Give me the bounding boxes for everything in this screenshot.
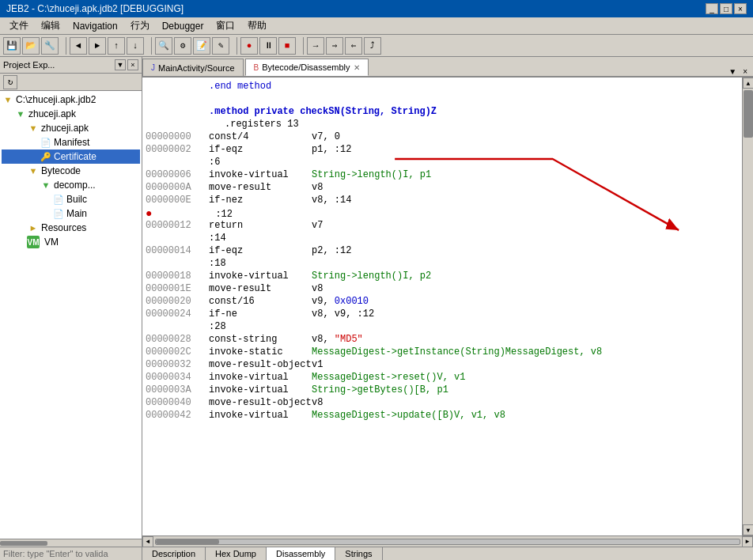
code-line: :18 bbox=[142, 258, 742, 271]
code-vscroll[interactable]: ▲ ▼ bbox=[742, 78, 753, 535]
code-line-addr: 00000014 if-eqz p2, :12 bbox=[142, 245, 742, 258]
tree-node-main[interactable]: 📄 Main bbox=[2, 206, 140, 221]
code-line-addr: 0000003A invoke-virtual String->getBytes… bbox=[142, 384, 742, 397]
tree-node-bytecode[interactable]: ▼ Bytecode bbox=[2, 164, 140, 178]
tree-node-manifest[interactable]: 📄 Manifest bbox=[2, 135, 140, 149]
tree-label: zhuceji.apk bbox=[41, 123, 89, 134]
toolbar-btn-run[interactable]: ● bbox=[240, 37, 258, 55]
code-hscroll[interactable]: ◄ ► bbox=[142, 535, 753, 547]
maximize-button[interactable]: □ bbox=[720, 3, 732, 14]
toolbar-btn-stop[interactable]: ■ bbox=[278, 37, 296, 55]
hscroll-thumb[interactable] bbox=[0, 541, 47, 546]
toolbar-btn-search[interactable]: 🔍 bbox=[155, 37, 172, 55]
code-area[interactable]: .end method .method private checkSN(Stri… bbox=[142, 78, 742, 535]
vscroll-thumb[interactable] bbox=[744, 90, 753, 138]
tree-label: Resources bbox=[41, 222, 86, 233]
toolbar-btn-debug[interactable]: ⏸ bbox=[259, 37, 277, 55]
toolbar-btn-2[interactable]: 📂 bbox=[22, 37, 40, 55]
tree-node-root[interactable]: ▼ C:\zhuceji.apk.jdb2 bbox=[2, 93, 140, 107]
tree-node-apk1[interactable]: ▼ zhuceji.apk bbox=[2, 107, 140, 121]
tabs-nav-down[interactable]: ▼ bbox=[726, 67, 739, 76]
vscroll-up[interactable]: ▲ bbox=[743, 78, 753, 89]
tree-label: VM bbox=[44, 236, 59, 248]
toolbar-btn-step3[interactable]: ⇐ bbox=[345, 37, 362, 55]
menu-file[interactable]: 文件 bbox=[3, 17, 35, 34]
folder-icon: ► bbox=[27, 221, 40, 234]
tab-close-btn[interactable]: ✕ bbox=[354, 63, 360, 72]
vm-icon: VM bbox=[27, 236, 40, 248]
toolbar: 💾 📂 🔧 ◄ ► ↑ ↓ 🔍 ⚙ 📝 ✎ ● ⏸ ■ → ⇒ ⇐ ⤴ bbox=[0, 35, 753, 57]
folder-icon: ▼ bbox=[27, 165, 40, 177]
hscroll-thumb[interactable] bbox=[156, 539, 219, 544]
hscroll-left[interactable]: ◄ bbox=[142, 536, 153, 547]
tree-hscroll[interactable] bbox=[0, 539, 142, 547]
left-panel: Project Exp... ▼ × ↻ ▼ C:\zhuceji.apk.jd… bbox=[0, 57, 142, 560]
folder-icon: ▼ bbox=[27, 122, 40, 134]
code-bottom-tabs: Description Hex Dump Disassembly Strings bbox=[142, 547, 753, 560]
hscroll-track[interactable] bbox=[155, 539, 740, 545]
minimize-button[interactable]: _ bbox=[706, 3, 718, 14]
toolbar-sep-3 bbox=[233, 37, 237, 55]
code-panel: .end method .method private checkSN(Stri… bbox=[142, 78, 753, 560]
tabs-bar: J MainActivity/Source B Bytecode/Disasse… bbox=[142, 57, 753, 78]
tree-node-decomp[interactable]: ▼ decomp... bbox=[2, 178, 140, 192]
tab-hexdump[interactable]: Hex Dump bbox=[206, 547, 267, 560]
filter-bar: Filter: type "Enter" to valida bbox=[0, 547, 142, 560]
toolbar-btn-9[interactable]: ✎ bbox=[212, 37, 229, 55]
toolbar-btn-1[interactable]: 💾 bbox=[3, 37, 21, 55]
code-line-addr: 00000040 move-result-object v8 bbox=[142, 397, 742, 410]
code-line: .registers 13 bbox=[142, 119, 742, 131]
tab-description[interactable]: Description bbox=[142, 547, 206, 560]
hscroll-right[interactable]: ► bbox=[742, 536, 753, 547]
tab-source[interactable]: J MainActivity/Source bbox=[142, 59, 244, 76]
menu-help[interactable]: 帮助 bbox=[241, 17, 273, 34]
code-line-addr: 0000002C invoke-static MessageDigest->ge… bbox=[142, 346, 742, 359]
code-line: :14 bbox=[142, 233, 742, 245]
tree-node-resources[interactable]: ► Resources bbox=[2, 221, 140, 235]
vscroll-down[interactable]: ▼ bbox=[743, 524, 753, 535]
refresh-btn[interactable]: ↻ bbox=[3, 75, 17, 89]
tree-node-apk2[interactable]: ▼ zhuceji.apk bbox=[2, 121, 140, 135]
tree-node-builc[interactable]: 📄 Builc bbox=[2, 192, 140, 206]
code-line bbox=[142, 93, 742, 106]
menu-navigation[interactable]: Navigation bbox=[66, 19, 124, 33]
menu-edit[interactable]: 编辑 bbox=[35, 17, 66, 34]
code-line-addr: 00000020 const/16 v9, 0x0010 bbox=[142, 296, 742, 308]
breakpoint-icon: ● bbox=[146, 207, 152, 220]
code-line-addr: 0000000E if-nez v8, :14 bbox=[142, 195, 742, 207]
vscroll-track[interactable] bbox=[743, 89, 753, 524]
code-line-addr: 00000006 invoke-virtual String->length()… bbox=[142, 169, 742, 182]
toolbar-btn-step[interactable]: → bbox=[307, 37, 324, 55]
tab-bytecode[interactable]: B Bytecode/Disassembly ✕ bbox=[245, 59, 369, 76]
file-icon: 📄 bbox=[40, 136, 52, 149]
toolbar-btn-6[interactable]: ↓ bbox=[127, 37, 144, 55]
toolbar-btn-step2[interactable]: ⇒ bbox=[326, 37, 343, 55]
toolbar-btn-8[interactable]: 📝 bbox=[193, 37, 210, 55]
panel-close-btn[interactable]: × bbox=[127, 59, 138, 70]
toolbar-btn-7[interactable]: ⚙ bbox=[174, 37, 191, 55]
code-line-addr: 0000000A move-result v8 bbox=[142, 182, 742, 195]
toolbar-btn-back[interactable]: ◄ bbox=[70, 37, 87, 55]
toolbar-btn-forward[interactable]: ► bbox=[89, 37, 106, 55]
bytecode-tab-icon: B bbox=[254, 63, 259, 72]
toolbar-btn-step4[interactable]: ⤴ bbox=[364, 37, 381, 55]
menu-window[interactable]: 窗口 bbox=[210, 17, 241, 34]
code-line-addr: 00000032 move-result-object v1 bbox=[142, 359, 742, 372]
toolbar-btn-3[interactable]: 🔧 bbox=[41, 37, 59, 55]
tree-node-vm[interactable]: VM VM bbox=[2, 235, 140, 249]
toolbar-btn-5[interactable]: ↑ bbox=[108, 37, 125, 55]
menu-debugger[interactable]: Debugger bbox=[156, 19, 210, 33]
tab-source-label: MainActivity/Source bbox=[158, 63, 235, 73]
tab-strings[interactable]: Strings bbox=[335, 547, 382, 560]
code-line-addr: 00000034 invoke-virtual MessageDigest->r… bbox=[142, 372, 742, 384]
tree-node-certificate[interactable]: 🔑 Certificate bbox=[2, 149, 140, 164]
close-button[interactable]: × bbox=[734, 3, 747, 14]
tabs-nav-close[interactable]: × bbox=[740, 67, 750, 76]
main-layout: Project Exp... ▼ × ↻ ▼ C:\zhuceji.apk.jd… bbox=[0, 57, 753, 560]
panel-minimize-btn[interactable]: ▼ bbox=[115, 59, 126, 70]
tree-label: Main bbox=[66, 208, 87, 219]
tab-disassembly[interactable]: Disassembly bbox=[267, 547, 335, 560]
menu-action[interactable]: 行为 bbox=[124, 17, 156, 34]
tab-bytecode-label: Bytecode/Disassembly bbox=[262, 62, 350, 72]
code-line: :6 bbox=[142, 157, 742, 169]
